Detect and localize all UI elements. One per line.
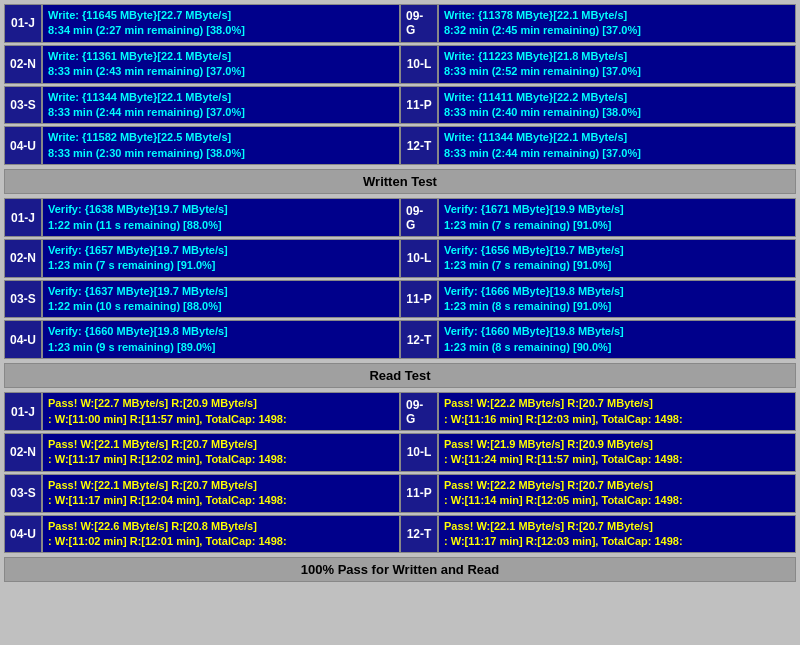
verify-section: 01-J Verify: {1638 MByte}[19.7 MByte/s] …	[4, 198, 796, 359]
write-right-3: 11-P Write: {11411 MByte}[22.2 MByte/s] …	[400, 86, 796, 125]
write-data-04u: Write: {11582 MByte}[22.5 MByte/s] 8:33 …	[42, 126, 400, 165]
read-data-04u: Pass! W:[22.6 MByte/s] R:[20.8 MByte/s] …	[42, 515, 400, 554]
write-left-3: 03-S Write: {11344 MByte}[22.1 MByte/s] …	[4, 86, 400, 125]
label-04u-verify: 04-U	[4, 320, 42, 359]
read-left-4: 04-U Pass! W:[22.6 MByte/s] R:[20.8 MByt…	[4, 515, 400, 554]
write-row-1: 01-J Write: {11645 MByte}[22.7 MByte/s] …	[4, 4, 796, 43]
write-row-2: 02-N Write: {11361 MByte}[22.1 MByte/s] …	[4, 45, 796, 84]
verify-row-3: 03-S Verify: {1637 MByte}[19.7 MByte/s] …	[4, 280, 796, 319]
read-row-2: 02-N Pass! W:[22.1 MByte/s] R:[20.7 MByt…	[4, 433, 796, 472]
verify-data-03s: Verify: {1637 MByte}[19.7 MByte/s] 1:22 …	[42, 280, 400, 319]
read-right-4: 12-T Pass! W:[22.1 MByte/s] R:[20.7 MByt…	[400, 515, 796, 554]
read-right-3: 11-P Pass! W:[22.2 MByte/s] R:[20.7 MByt…	[400, 474, 796, 513]
verify-right-4: 12-T Verify: {1660 MByte}[19.8 MByte/s] …	[400, 320, 796, 359]
read-data-02n: Pass! W:[22.1 MByte/s] R:[20.7 MByte/s] …	[42, 433, 400, 472]
read-row-4: 04-U Pass! W:[22.6 MByte/s] R:[20.8 MByt…	[4, 515, 796, 554]
read-data-09g: Pass! W:[22.2 MByte/s] R:[20.7 MByte/s] …	[438, 392, 796, 431]
verify-data-01j: Verify: {1638 MByte}[19.7 MByte/s] 1:22 …	[42, 198, 400, 237]
label-01j-read: 01-J	[4, 392, 42, 431]
write-data-11p: Write: {11411 MByte}[22.2 MByte/s] 8:33 …	[438, 86, 796, 125]
verify-left-1: 01-J Verify: {1638 MByte}[19.7 MByte/s] …	[4, 198, 400, 237]
label-09g-read: 09-G	[400, 392, 438, 431]
write-section: 01-J Write: {11645 MByte}[22.7 MByte/s] …	[4, 4, 796, 165]
label-11p-write: 11-P	[400, 86, 438, 125]
read-section: 01-J Pass! W:[22.7 MByte/s] R:[20.9 MByt…	[4, 392, 796, 553]
verify-left-2: 02-N Verify: {1657 MByte}[19.7 MByte/s] …	[4, 239, 400, 278]
write-left-2: 02-N Write: {11361 MByte}[22.1 MByte/s] …	[4, 45, 400, 84]
write-data-01j: Write: {11645 MByte}[22.7 MByte/s] 8:34 …	[42, 4, 400, 43]
write-right-2: 10-L Write: {11223 MByte}[21.8 MByte/s] …	[400, 45, 796, 84]
write-data-03s: Write: {11344 MByte}[22.1 MByte/s] 8:33 …	[42, 86, 400, 125]
label-12t-write: 12-T	[400, 126, 438, 165]
verify-data-04u: Verify: {1660 MByte}[19.8 MByte/s] 1:23 …	[42, 320, 400, 359]
read-right-2: 10-L Pass! W:[21.9 MByte/s] R:[20.9 MByt…	[400, 433, 796, 472]
read-left-2: 02-N Pass! W:[22.1 MByte/s] R:[20.7 MByt…	[4, 433, 400, 472]
verify-right-3: 11-P Verify: {1666 MByte}[19.8 MByte/s] …	[400, 280, 796, 319]
verify-right-1: 09-G Verify: {1671 MByte}[19.9 MByte/s] …	[400, 198, 796, 237]
write-data-02n: Write: {11361 MByte}[22.1 MByte/s] 8:33 …	[42, 45, 400, 84]
label-04u-write: 04-U	[4, 126, 42, 165]
verify-row-1: 01-J Verify: {1638 MByte}[19.7 MByte/s] …	[4, 198, 796, 237]
read-data-03s: Pass! W:[22.1 MByte/s] R:[20.7 MByte/s] …	[42, 474, 400, 513]
read-data-12t: Pass! W:[22.1 MByte/s] R:[20.7 MByte/s] …	[438, 515, 796, 554]
label-11p-read: 11-P	[400, 474, 438, 513]
write-right-1: 09-G Write: {11378 MByte}[22.1 MByte/s] …	[400, 4, 796, 43]
read-row-1: 01-J Pass! W:[22.7 MByte/s] R:[20.9 MByt…	[4, 392, 796, 431]
verify-row-2: 02-N Verify: {1657 MByte}[19.7 MByte/s] …	[4, 239, 796, 278]
verify-row-4: 04-U Verify: {1660 MByte}[19.8 MByte/s] …	[4, 320, 796, 359]
written-test-header: Written Test	[4, 169, 796, 194]
read-data-01j: Pass! W:[22.7 MByte/s] R:[20.9 MByte/s] …	[42, 392, 400, 431]
verify-data-09g: Verify: {1671 MByte}[19.9 MByte/s] 1:23 …	[438, 198, 796, 237]
write-left-4: 04-U Write: {11582 MByte}[22.5 MByte/s] …	[4, 126, 400, 165]
label-03s-verify: 03-S	[4, 280, 42, 319]
label-04u-read: 04-U	[4, 515, 42, 554]
write-left-1: 01-J Write: {11645 MByte}[22.7 MByte/s] …	[4, 4, 400, 43]
label-03s-read: 03-S	[4, 474, 42, 513]
label-01j-write: 01-J	[4, 4, 42, 43]
read-data-11p: Pass! W:[22.2 MByte/s] R:[20.7 MByte/s] …	[438, 474, 796, 513]
write-data-09g: Write: {11378 MByte}[22.1 MByte/s] 8:32 …	[438, 4, 796, 43]
write-data-12t: Write: {11344 MByte}[22.1 MByte/s] 8:33 …	[438, 126, 796, 165]
verify-data-11p: Verify: {1666 MByte}[19.8 MByte/s] 1:23 …	[438, 280, 796, 319]
label-02n-verify: 02-N	[4, 239, 42, 278]
write-right-4: 12-T Write: {11344 MByte}[22.1 MByte/s] …	[400, 126, 796, 165]
verify-left-4: 04-U Verify: {1660 MByte}[19.8 MByte/s] …	[4, 320, 400, 359]
label-12t-verify: 12-T	[400, 320, 438, 359]
label-02n-read: 02-N	[4, 433, 42, 472]
verify-right-2: 10-L Verify: {1656 MByte}[19.7 MByte/s] …	[400, 239, 796, 278]
label-02n-write: 02-N	[4, 45, 42, 84]
verify-data-12t: Verify: {1660 MByte}[19.8 MByte/s] 1:23 …	[438, 320, 796, 359]
label-11p-verify: 11-P	[400, 280, 438, 319]
write-row-4: 04-U Write: {11582 MByte}[22.5 MByte/s] …	[4, 126, 796, 165]
label-09g-verify: 09-G	[400, 198, 438, 237]
label-10l-read: 10-L	[400, 433, 438, 472]
label-12t-read: 12-T	[400, 515, 438, 554]
label-03s-write: 03-S	[4, 86, 42, 125]
read-data-10l: Pass! W:[21.9 MByte/s] R:[20.9 MByte/s] …	[438, 433, 796, 472]
label-09g-write: 09-G	[400, 4, 438, 43]
verify-data-10l: Verify: {1656 MByte}[19.7 MByte/s] 1:23 …	[438, 239, 796, 278]
read-left-1: 01-J Pass! W:[22.7 MByte/s] R:[20.9 MByt…	[4, 392, 400, 431]
read-left-3: 03-S Pass! W:[22.1 MByte/s] R:[20.7 MByt…	[4, 474, 400, 513]
label-10l-verify: 10-L	[400, 239, 438, 278]
label-10l-write: 10-L	[400, 45, 438, 84]
read-row-3: 03-S Pass! W:[22.1 MByte/s] R:[20.7 MByt…	[4, 474, 796, 513]
verify-left-3: 03-S Verify: {1637 MByte}[19.7 MByte/s] …	[4, 280, 400, 319]
write-data-10l: Write: {11223 MByte}[21.8 MByte/s] 8:33 …	[438, 45, 796, 84]
footer-status: 100% Pass for Written and Read	[4, 557, 796, 582]
write-row-3: 03-S Write: {11344 MByte}[22.1 MByte/s] …	[4, 86, 796, 125]
label-01j-verify: 01-J	[4, 198, 42, 237]
read-test-header: Read Test	[4, 363, 796, 388]
verify-data-02n: Verify: {1657 MByte}[19.7 MByte/s] 1:23 …	[42, 239, 400, 278]
read-right-1: 09-G Pass! W:[22.2 MByte/s] R:[20.7 MByt…	[400, 392, 796, 431]
main-container: 01-J Write: {11645 MByte}[22.7 MByte/s] …	[0, 0, 800, 586]
